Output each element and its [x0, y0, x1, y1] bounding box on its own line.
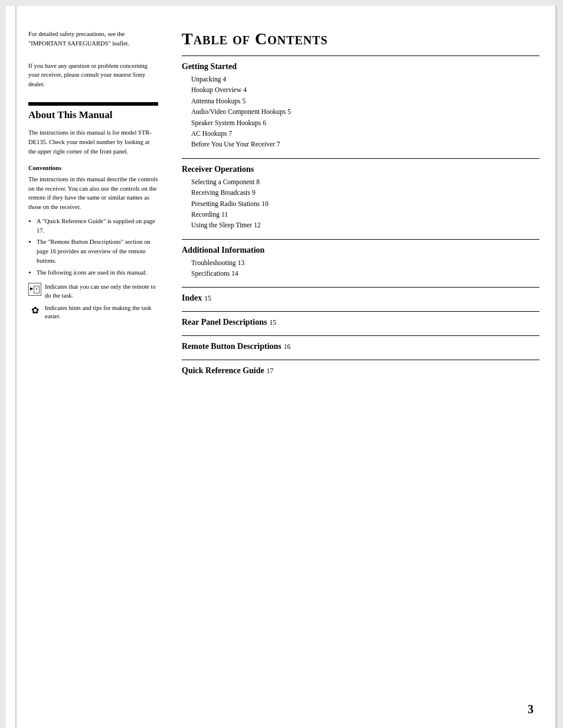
toc-items-additional-info: Troubleshooting 13 Specifications 14: [182, 257, 539, 279]
list-item: The following icons are used in this man…: [37, 268, 158, 278]
toc-item-label: Hookup Overview: [191, 84, 241, 95]
left-column: For detailed safety precautions, see the…: [28, 30, 158, 710]
icon1-text: Indicates that you can use only the remo…: [45, 283, 158, 300]
toc-item-label: Speaker System Hookups: [191, 117, 261, 128]
bullet-list: A "Quick Reference Guide" is supplied on…: [28, 217, 158, 278]
toc-item-page: 5: [242, 96, 246, 106]
list-item: AC Hookups 7: [191, 128, 539, 139]
conventions-heading: Conventions: [28, 164, 158, 172]
toc-divider-1: [182, 158, 539, 159]
toc-item-label: Recording: [191, 209, 220, 220]
toc-item-page: 11: [221, 209, 228, 220]
toc-items-receiver-operations: Selecting a Component 8 Receiving Broadc…: [182, 177, 539, 231]
binding-edge: [6, 6, 17, 728]
list-item: Receiving Broadcasts 9: [191, 187, 539, 198]
toc-item-page: 6: [263, 117, 266, 128]
toc-item-page: 4: [243, 84, 247, 95]
tips-icon: ✿: [28, 304, 41, 317]
toc-item-page: 8: [256, 177, 260, 187]
toc-item-page: 9: [252, 187, 256, 198]
about-heading: About This Manual: [28, 102, 158, 123]
list-item: Selecting a Component 8: [191, 177, 539, 187]
toc-item-label: Receiving Broadcasts: [191, 187, 250, 198]
page-content: For detailed safety precautions, see the…: [17, 6, 557, 728]
toc-item-page: 7: [277, 139, 280, 149]
icon-row-remote: i Indicates that you can use only the re…: [28, 283, 158, 300]
page-number: 3: [528, 703, 533, 716]
list-item: Antenna Hookups 5: [191, 96, 539, 106]
list-item: Before You Use Your Receiver 7: [191, 139, 539, 149]
toc-item-label: Using the Sleep Timer: [191, 220, 252, 230]
intro-paragraph-1: For detailed safety precautions, see the…: [28, 30, 158, 48]
list-item: Specifications 14: [191, 268, 539, 279]
list-item: Recording 11: [191, 209, 539, 220]
icon2-text: Indicates hints and tips for making the …: [45, 304, 158, 321]
toc-remote-button: Remote Button Descriptions16: [182, 342, 539, 351]
list-item: Unpacking 4: [191, 74, 539, 84]
page: For detailed safety precautions, see the…: [6, 6, 557, 728]
toc-index: Index15: [182, 293, 539, 303]
remote-icon: i: [28, 283, 41, 296]
list-item: The "Remote Button Descriptions" section…: [37, 237, 158, 265]
toc-item-page: 13: [238, 257, 245, 268]
toc-divider-2: [182, 239, 539, 240]
toc-items-getting-started: Unpacking 4 Hookup Overview 4 Antenna Ho…: [182, 74, 539, 150]
intro-paragraph-2: If you have any question or problem conc…: [28, 61, 158, 89]
toc-divider-4: [182, 311, 539, 312]
toc-item-page: 12: [254, 220, 261, 230]
list-item: Hookup Overview 4: [191, 84, 539, 95]
toc-divider-5: [182, 335, 539, 336]
toc-section-receiver-operations: Receiver Operations Selecting a Componen…: [182, 165, 539, 231]
about-body: The instructions in this manual is for m…: [28, 128, 158, 156]
toc-item-page: 14: [231, 268, 238, 279]
toc-divider-top: [182, 56, 539, 56]
toc-section-heading: Additional Information: [182, 246, 539, 255]
toc-section-heading: Receiver Operations: [182, 165, 539, 174]
toc-item-label: Unpacking: [191, 74, 221, 84]
toc-item-page: 7: [228, 128, 232, 139]
toc-item-label: AC Hookups: [191, 128, 227, 139]
toc-item-label: Troubleshooting: [191, 257, 236, 268]
toc-item-label: Specifications: [191, 268, 230, 279]
toc-title: Table of Contents: [182, 30, 539, 48]
toc-section-getting-started: Getting Started Unpacking 4 Hookup Overv…: [182, 62, 539, 150]
right-edge-line: [555, 6, 557, 728]
toc-item-label: Before You Use Your Receiver: [191, 139, 275, 149]
icon-row-tips: ✿ Indicates hints and tips for making th…: [28, 304, 158, 321]
conventions-body: The instructions in this manual describe…: [28, 175, 158, 212]
list-item: Speaker System Hookups 6: [191, 117, 539, 128]
toc-rear-panel: Rear Panel Descriptions15: [182, 318, 539, 327]
toc-section-additional-info: Additional Information Troubleshooting 1…: [182, 246, 539, 279]
list-item: Troubleshooting 13: [191, 257, 539, 268]
toc-item-label: Presetting Radio Stations: [191, 198, 260, 209]
toc-quick-reference: Quick Reference Guide17: [182, 366, 539, 376]
right-column: Table of Contents Getting Started Unpack…: [176, 30, 539, 710]
list-item: Audio/Video Component Hookups 5: [191, 106, 539, 117]
list-item: Using the Sleep Timer 12: [191, 220, 539, 230]
toc-item-page: 5: [287, 106, 291, 117]
list-item: Presetting Radio Stations 10: [191, 198, 539, 209]
list-item: A "Quick Reference Guide" is supplied on…: [37, 217, 158, 236]
toc-item-page: 10: [261, 198, 269, 209]
toc-section-heading: Getting Started: [182, 62, 539, 71]
toc-item-label: Antenna Hookups: [191, 96, 240, 106]
toc-item-page: 4: [222, 74, 226, 84]
about-section: About This Manual The instructions in th…: [28, 102, 158, 321]
toc-item-label: Audio/Video Component Hookups: [191, 106, 286, 117]
toc-item-label: Selecting a Component: [191, 177, 254, 187]
toc-divider-6: [182, 360, 539, 360]
toc-divider-3: [182, 287, 539, 288]
